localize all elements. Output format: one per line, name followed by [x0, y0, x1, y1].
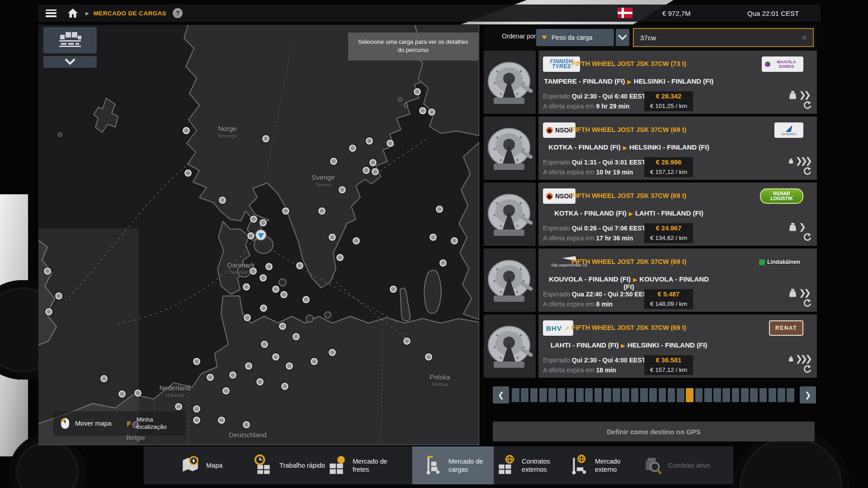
- cargo-map-marker[interactable]: [243, 283, 250, 291]
- cargo-map-marker[interactable]: [262, 135, 269, 142]
- clear-search-icon[interactable]: ✕: [796, 33, 813, 42]
- nav-label: Mercado externo: [595, 457, 642, 474]
- nav-item-external[interactable]: Mercado externo: [569, 446, 642, 484]
- cargo-flags: ❯❯❯: [788, 155, 812, 177]
- search-input[interactable]: [634, 34, 796, 42]
- nav-item-map[interactable]: Mapa: [180, 446, 253, 484]
- cargo-map-marker[interactable]: [425, 353, 432, 361]
- nav-item-convoy[interactable]: Comboio ativo: [642, 446, 715, 484]
- cargo-map-marker[interactable]: [414, 88, 421, 95]
- urgency-chevrons: ❯❯❯: [795, 156, 812, 166]
- cargo-map-marker[interactable]: [296, 262, 303, 269]
- cargo-map-marker[interactable]: [219, 197, 226, 204]
- page-indicator: [659, 388, 666, 402]
- cargo-map-marker[interactable]: [280, 291, 288, 298]
- cargo-map-marker[interactable]: [261, 341, 268, 348]
- set-gps-destination-button[interactable]: Definir como destino no GPS: [493, 422, 815, 441]
- cargo-map-marker[interactable]: [183, 127, 190, 134]
- cargo-map-marker[interactable]: [272, 286, 279, 293]
- cargo-map-marker[interactable]: [329, 234, 336, 241]
- cargo-map-marker[interactable]: [428, 108, 435, 116]
- heavy-weight-icon: [788, 156, 794, 166]
- cargo-map-marker[interactable]: [272, 353, 279, 361]
- cargo-map-marker[interactable]: [363, 167, 370, 174]
- cargo-map-marker[interactable]: [279, 323, 286, 330]
- cargo-map-marker[interactable]: [419, 107, 426, 114]
- map-panel[interactable]: NorgeNoruegaSverigeSuéciaDanmarkDinamarc…: [38, 25, 479, 445]
- nav-item-quickjob[interactable]: Trabalho rápido: [253, 446, 326, 484]
- cargo-map-marker[interactable]: [286, 362, 293, 370]
- cargo-map-marker[interactable]: [134, 389, 142, 397]
- cargo-map-marker[interactable]: [265, 263, 273, 270]
- collapse-panel-button[interactable]: [43, 56, 97, 68]
- cargo-map-marker[interactable]: [292, 333, 300, 340]
- page-indicator: [649, 388, 657, 402]
- cargo-map-marker[interactable]: [282, 207, 289, 215]
- nav-item-cargo[interactable]: Mercado de cargas: [422, 446, 495, 484]
- cargo-map-marker[interactable]: [302, 296, 310, 303]
- cargo-map-marker[interactable]: [175, 403, 182, 410]
- cargo-map-marker[interactable]: [55, 292, 62, 300]
- menu-icon[interactable]: [46, 9, 57, 17]
- cargo-offer-row[interactable]: NSOil FIFTH WHEEL JOST JSK 37CW (69 t) A…: [484, 117, 817, 180]
- sort-dropdown-open-button[interactable]: [616, 29, 629, 46]
- cargo-map-marker[interactable]: [243, 421, 250, 428]
- cargo-map-marker[interactable]: [436, 206, 443, 213]
- cargo-map-marker[interactable]: [339, 186, 346, 193]
- cargo-map-marker[interactable]: [193, 417, 200, 424]
- cargo-map-marker[interactable]: [184, 169, 192, 177]
- cargo-map-marker[interactable]: [330, 158, 337, 165]
- cargo-map-marker[interactable]: [218, 417, 225, 424]
- cargo-map-marker[interactable]: [193, 405, 200, 413]
- page-scrollbar[interactable]: [512, 386, 797, 404]
- cargo-map-marker[interactable]: [256, 378, 264, 385]
- help-icon[interactable]: ?: [173, 8, 183, 18]
- cargo-map-marker[interactable]: [245, 362, 252, 370]
- nav-item-freight[interactable]: Mercado de fretes: [326, 446, 400, 484]
- cargo-offer-row[interactable]: BHV FIFTH WHEEL JOST JSK 37CW (69 t) REN…: [484, 314, 817, 378]
- page-next-button[interactable]: ❯: [800, 386, 816, 404]
- cargo-map-marker[interactable]: [259, 219, 267, 226]
- cargo-map-marker[interactable]: [259, 274, 267, 282]
- cargo-map-marker[interactable]: [193, 358, 200, 365]
- home-icon[interactable]: [67, 8, 78, 18]
- cargo-map-marker[interactable]: [247, 232, 255, 239]
- cargo-map-marker[interactable]: [451, 237, 458, 244]
- cargo-map-marker[interactable]: [403, 338, 410, 345]
- cargo-map-marker[interactable]: [260, 305, 267, 312]
- page-indicator: [713, 388, 721, 402]
- cargo-map-marker[interactable]: [207, 374, 214, 381]
- cargo-map-marker[interactable]: [329, 349, 336, 356]
- cargo-offer-row[interactable]: Viljo paperitehdas Oy FIFTH WHEEL JOST J…: [484, 249, 817, 312]
- cargo-map-marker[interactable]: [336, 254, 344, 261]
- cargo-map-marker[interactable]: [372, 168, 379, 175]
- player-position-marker[interactable]: [255, 229, 267, 241]
- cargo-route: KOTKA - FINLAND (FI)▶HELSINKI - FINLAND …: [543, 143, 715, 151]
- sort-dropdown[interactable]: Peso da carga: [536, 29, 614, 46]
- cargo-map-marker[interactable]: [45, 308, 52, 315]
- cargo-map-marker[interactable]: [100, 375, 108, 382]
- cargo-map-marker[interactable]: [429, 234, 437, 241]
- cargo-map-marker[interactable]: [439, 259, 447, 267]
- cargo-map-marker[interactable]: [311, 358, 318, 365]
- cargo-layer-button[interactable]: [43, 27, 97, 53]
- cargo-map-marker[interactable]: [250, 216, 257, 223]
- cargo-map-marker[interactable]: [366, 137, 373, 145]
- page-prev-button[interactable]: ❮: [493, 386, 509, 404]
- cargo-offer-row[interactable]: FINNISH TYRES FIFTH WHEEL JOST JSK 37CW …: [484, 51, 817, 114]
- cargo-map-marker[interactable]: [118, 390, 126, 398]
- cargo-map-marker[interactable]: [229, 371, 236, 379]
- cargo-map-marker[interactable]: [369, 159, 377, 166]
- cargo-map-marker[interactable]: [318, 207, 326, 215]
- nav-item-contracts[interactable]: Contratos externos: [495, 446, 569, 484]
- cargo-offer-row[interactable]: NSOil FIFTH WHEEL JOST JSK 37CW (69 t) R…: [484, 183, 817, 246]
- cargo-map-marker[interactable]: [222, 387, 230, 394]
- cargo-map-marker[interactable]: [250, 267, 257, 275]
- cargo-map-marker[interactable]: [387, 140, 394, 147]
- cargo-map-marker[interactable]: [353, 237, 360, 244]
- cargo-map-marker[interactable]: [44, 267, 51, 275]
- cargo-map-marker[interactable]: [244, 314, 251, 321]
- cargo-map-marker[interactable]: [390, 286, 397, 293]
- cargo-map-marker[interactable]: [349, 145, 356, 152]
- cargo-map-marker[interactable]: [281, 383, 288, 390]
